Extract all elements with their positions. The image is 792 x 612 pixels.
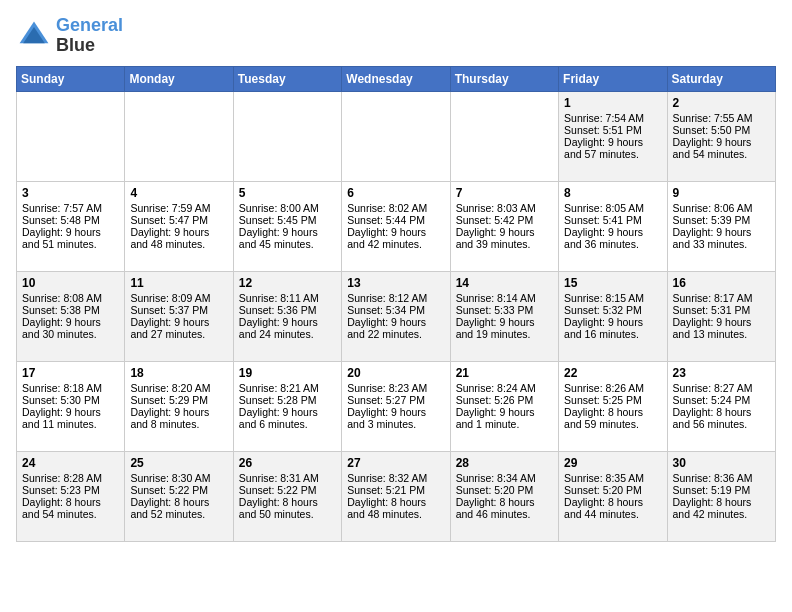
calendar-cell: 6Sunrise: 8:02 AMSunset: 5:44 PMDaylight… — [342, 181, 450, 271]
calendar-cell: 28Sunrise: 8:34 AMSunset: 5:20 PMDayligh… — [450, 451, 558, 541]
calendar-cell: 9Sunrise: 8:06 AMSunset: 5:39 PMDaylight… — [667, 181, 775, 271]
day-info: Sunset: 5:41 PM — [564, 214, 661, 226]
day-info: Daylight: 8 hours and 42 minutes. — [673, 496, 770, 520]
day-info: Daylight: 8 hours and 46 minutes. — [456, 496, 553, 520]
day-info: Daylight: 9 hours and 54 minutes. — [673, 136, 770, 160]
day-number: 1 — [564, 96, 661, 110]
calendar-cell: 4Sunrise: 7:59 AMSunset: 5:47 PMDaylight… — [125, 181, 233, 271]
day-info: Daylight: 9 hours and 57 minutes. — [564, 136, 661, 160]
day-info: Sunset: 5:30 PM — [22, 394, 119, 406]
calendar-cell: 10Sunrise: 8:08 AMSunset: 5:38 PMDayligh… — [17, 271, 125, 361]
day-info: Sunset: 5:22 PM — [130, 484, 227, 496]
day-info: Sunrise: 8:09 AM — [130, 292, 227, 304]
day-info: Sunrise: 8:05 AM — [564, 202, 661, 214]
day-number: 14 — [456, 276, 553, 290]
logo: General Blue — [16, 16, 123, 56]
day-info: Sunrise: 8:14 AM — [456, 292, 553, 304]
calendar-cell: 20Sunrise: 8:23 AMSunset: 5:27 PMDayligh… — [342, 361, 450, 451]
calendar-cell: 18Sunrise: 8:20 AMSunset: 5:29 PMDayligh… — [125, 361, 233, 451]
calendar-cell: 7Sunrise: 8:03 AMSunset: 5:42 PMDaylight… — [450, 181, 558, 271]
day-info: Daylight: 8 hours and 52 minutes. — [130, 496, 227, 520]
day-info: Daylight: 9 hours and 48 minutes. — [130, 226, 227, 250]
day-info: Sunset: 5:47 PM — [130, 214, 227, 226]
day-info: Sunset: 5:22 PM — [239, 484, 336, 496]
day-number: 21 — [456, 366, 553, 380]
logo-icon — [16, 18, 52, 54]
day-info: Daylight: 9 hours and 1 minute. — [456, 406, 553, 430]
day-info: Sunrise: 7:59 AM — [130, 202, 227, 214]
day-info: Sunrise: 7:55 AM — [673, 112, 770, 124]
calendar-cell — [125, 91, 233, 181]
calendar-cell: 8Sunrise: 8:05 AMSunset: 5:41 PMDaylight… — [559, 181, 667, 271]
day-info: Sunset: 5:27 PM — [347, 394, 444, 406]
day-info: Daylight: 9 hours and 30 minutes. — [22, 316, 119, 340]
day-info: Sunset: 5:38 PM — [22, 304, 119, 316]
calendar-cell: 22Sunrise: 8:26 AMSunset: 5:25 PMDayligh… — [559, 361, 667, 451]
calendar-cell: 14Sunrise: 8:14 AMSunset: 5:33 PMDayligh… — [450, 271, 558, 361]
day-info: Sunrise: 8:06 AM — [673, 202, 770, 214]
calendar-cell: 2Sunrise: 7:55 AMSunset: 5:50 PMDaylight… — [667, 91, 775, 181]
calendar-cell — [17, 91, 125, 181]
day-info: Sunrise: 8:18 AM — [22, 382, 119, 394]
calendar-cell: 13Sunrise: 8:12 AMSunset: 5:34 PMDayligh… — [342, 271, 450, 361]
day-number: 8 — [564, 186, 661, 200]
day-header-tuesday: Tuesday — [233, 66, 341, 91]
calendar-cell: 5Sunrise: 8:00 AMSunset: 5:45 PMDaylight… — [233, 181, 341, 271]
day-info: Sunrise: 8:03 AM — [456, 202, 553, 214]
day-header-friday: Friday — [559, 66, 667, 91]
day-info: Sunset: 5:48 PM — [22, 214, 119, 226]
page-header: General Blue — [16, 16, 776, 56]
day-info: Sunset: 5:20 PM — [564, 484, 661, 496]
day-info: Daylight: 9 hours and 11 minutes. — [22, 406, 119, 430]
day-number: 26 — [239, 456, 336, 470]
calendar-cell: 15Sunrise: 8:15 AMSunset: 5:32 PMDayligh… — [559, 271, 667, 361]
day-info: Sunrise: 8:24 AM — [456, 382, 553, 394]
day-info: Sunrise: 8:00 AM — [239, 202, 336, 214]
day-number: 27 — [347, 456, 444, 470]
calendar-week-5: 24Sunrise: 8:28 AMSunset: 5:23 PMDayligh… — [17, 451, 776, 541]
day-number: 10 — [22, 276, 119, 290]
day-info: Sunrise: 8:20 AM — [130, 382, 227, 394]
day-info: Sunrise: 8:08 AM — [22, 292, 119, 304]
day-number: 15 — [564, 276, 661, 290]
day-info: Daylight: 9 hours and 33 minutes. — [673, 226, 770, 250]
day-info: Sunrise: 8:23 AM — [347, 382, 444, 394]
day-number: 20 — [347, 366, 444, 380]
day-info: Sunset: 5:45 PM — [239, 214, 336, 226]
day-number: 29 — [564, 456, 661, 470]
day-info: Sunset: 5:34 PM — [347, 304, 444, 316]
day-number: 13 — [347, 276, 444, 290]
logo-text: General Blue — [56, 16, 123, 56]
day-number: 25 — [130, 456, 227, 470]
day-info: Sunset: 5:51 PM — [564, 124, 661, 136]
day-info: Sunrise: 8:15 AM — [564, 292, 661, 304]
day-info: Sunrise: 8:17 AM — [673, 292, 770, 304]
day-info: Daylight: 8 hours and 48 minutes. — [347, 496, 444, 520]
day-info: Daylight: 8 hours and 44 minutes. — [564, 496, 661, 520]
day-info: Sunrise: 8:36 AM — [673, 472, 770, 484]
day-info: Sunset: 5:33 PM — [456, 304, 553, 316]
calendar-cell: 12Sunrise: 8:11 AMSunset: 5:36 PMDayligh… — [233, 271, 341, 361]
day-number: 24 — [22, 456, 119, 470]
day-info: Sunrise: 7:57 AM — [22, 202, 119, 214]
day-header-monday: Monday — [125, 66, 233, 91]
day-info: Sunrise: 8:26 AM — [564, 382, 661, 394]
day-number: 16 — [673, 276, 770, 290]
day-info: Daylight: 9 hours and 13 minutes. — [673, 316, 770, 340]
day-header-sunday: Sunday — [17, 66, 125, 91]
calendar-cell — [342, 91, 450, 181]
day-info: Sunset: 5:20 PM — [456, 484, 553, 496]
day-number: 6 — [347, 186, 444, 200]
day-info: Sunset: 5:23 PM — [22, 484, 119, 496]
day-info: Daylight: 9 hours and 27 minutes. — [130, 316, 227, 340]
calendar-cell: 19Sunrise: 8:21 AMSunset: 5:28 PMDayligh… — [233, 361, 341, 451]
calendar-week-4: 17Sunrise: 8:18 AMSunset: 5:30 PMDayligh… — [17, 361, 776, 451]
day-info: Daylight: 8 hours and 54 minutes. — [22, 496, 119, 520]
day-info: Sunrise: 8:21 AM — [239, 382, 336, 394]
day-info: Daylight: 9 hours and 8 minutes. — [130, 406, 227, 430]
day-info: Daylight: 9 hours and 6 minutes. — [239, 406, 336, 430]
day-number: 30 — [673, 456, 770, 470]
calendar-cell — [450, 91, 558, 181]
day-number: 12 — [239, 276, 336, 290]
day-info: Daylight: 9 hours and 42 minutes. — [347, 226, 444, 250]
